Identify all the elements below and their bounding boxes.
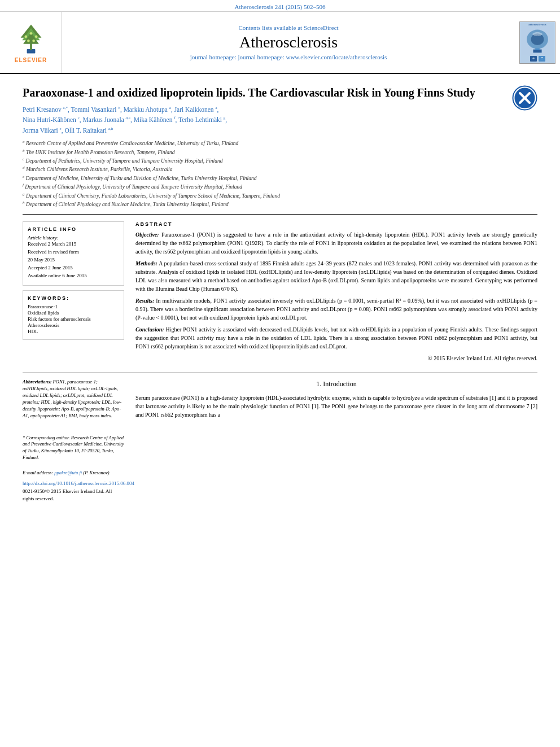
abstract-results: Results: In multivariable models, PON1 a… [135,296,537,322]
copyright-line: © 2015 Elsevier Ireland Ltd. All rights … [135,355,537,361]
email-block: E-mail address: ppakre@utu.fi (P. Kresan… [23,470,124,477]
article-affiliations: a Research Centre of Applied and Prevent… [23,139,504,208]
doi-link[interactable]: http://dx.doi.org/10.1016/j.atherosclero… [23,480,124,487]
bottom-two-col: Abbreviations: PON1, paraoxonase-1; oxHD… [23,379,537,502]
elsevier-brand: ELSEVIER [15,57,47,63]
conclusion-text: Higher PON1 activity is associated with … [135,326,537,350]
abbreviations-block: Abbreviations: PON1, paraoxonase-1; oxHD… [23,379,124,419]
keyword-3: Risk factors for atherosclerosis [28,316,119,322]
article-content: Paraoxonase-1 and oxidized lipoprotein l… [0,74,560,514]
article-info-title: Article info [28,226,119,232]
abstract-conclusion: Conclusion: Higher PON1 activity is asso… [135,325,537,351]
keywords-box: Keywords: Paraoxonase-1 Oxidized lipids … [23,290,124,340]
bottom-right-intro: 1. Introduction Serum paraoxonase (PON1)… [135,379,537,502]
keyword-1: Paraoxonase-1 [28,304,119,309]
article-title-section: Paraoxonase-1 and oxidized lipoprotein l… [23,85,537,215]
svg-point-6 [29,32,32,35]
revised-date: 20 May 2015 [28,257,119,263]
right-column-abstract: Abstract Objective: Paraoxonase-1 (PON1)… [135,221,537,367]
journal-homepage[interactable]: journal homepage: journal homepage: www.… [190,54,387,60]
affiliation-g: g Department of Clinical Chemistry, Fiml… [23,191,504,200]
article-title-area: Paraoxonase-1 and oxidized lipoprotein l… [23,85,504,208]
keyword-2: Oxidized lipids [28,310,119,316]
citation-text: Atherosclerosis 241 (2015) 502–506 [234,3,325,10]
main-two-col: Article info Article history: Received 2… [23,221,537,367]
introduction-section: 1. Introduction Serum paraoxonase (PON1)… [135,379,537,419]
email-link[interactable]: ppakre@utu.fi [54,470,82,475]
footnotes-section: Abbreviations: PON1, paraoxonase-1; oxHD… [23,379,124,502]
svg-rect-14 [535,48,540,50]
results-text: In multivariable models, PON1 activity a… [135,298,537,321]
journal-name: Atherosclerosis [239,33,338,51]
svg-point-8 [27,39,30,42]
journal-center-info: Contents lists available at ScienceDirec… [62,12,515,73]
revised-label: Received in revised form [28,249,119,255]
affiliation-a: a Research Centre of Applied and Prevent… [23,139,504,147]
section-divider [23,373,537,373]
crossmark-icon[interactable]: CrossMark [512,85,537,111]
svg-point-9 [32,39,35,42]
sciencedirect-link[interactable]: ScienceDirect [304,24,339,31]
elsevier-tree-icon [11,22,51,56]
available-value: Available online 6 June 2015 [28,273,119,278]
affiliation-b: b The UKK Institute for Health Promotion… [23,148,504,156]
abstract-section: Abstract Objective: Paraoxonase-1 (PON1)… [135,221,537,361]
elsevier-logo-container: ELSEVIER [0,12,62,73]
keywords-title: Keywords: [28,295,119,301]
received-value: Received 2 March 2015 [28,241,119,247]
crossmark-container: CrossMark [512,85,537,113]
article-info-box: Article info Article history: Received 2… [23,221,124,286]
corresponding-block: * Corresponding author. Research Centre … [23,435,124,462]
journal-logo-right: atherosclerosis ⊕ ☰ [515,12,560,73]
intro-heading: 1. Introduction [135,379,537,389]
objective-label: Objective: [135,231,159,238]
affiliation-e: e Department of Medicine, University of … [23,174,504,182]
affiliation-h: h Department of Clinical Physiology and … [23,200,504,208]
methods-label: Methods: [135,260,158,267]
results-label: Results: [135,298,154,304]
article-title: Paraoxonase-1 and oxidized lipoprotein l… [23,85,504,100]
bottom-left-footnotes: Abbreviations: PON1, paraoxonase-1; oxHD… [23,379,124,502]
objective-text: Paraoxonase-1 (PON1) is suggested to hav… [135,231,537,255]
svg-rect-1 [30,42,32,50]
conclusion-label: Conclusion: [135,326,164,333]
intro-paragraph: Serum paraoxonase (PON1) is a high-densi… [135,394,537,419]
atherosclerosis-mini-logo: atherosclerosis ⊕ ☰ [519,21,555,64]
accepted-value: Accepted 2 June 2015 [28,265,119,270]
journal-homepage-link[interactable]: journal homepage: www.elsevier.com/locat… [238,54,387,60]
mini-logo-icon [521,26,554,55]
svg-text:CrossMark: CrossMark [518,105,532,108]
svg-point-7 [34,35,37,38]
svg-point-5 [24,35,27,38]
methods-text: A population-based cross-sectional study… [135,260,537,292]
sciencedirect-text[interactable]: Contents lists available at ScienceDirec… [238,24,338,31]
abstract-objective: Objective: Paraoxonase-1 (PON1) is sugge… [135,230,537,256]
article-authors: Petri Kresanov a,*, Tommi Vasankari b, M… [23,104,504,136]
left-column: Article info Article history: Received 2… [23,221,124,367]
elsevier-logo: ELSEVIER [11,22,51,63]
abstract-title: Abstract [135,221,537,227]
citation-bar: Atherosclerosis 241 (2015) 502–506 [0,0,560,12]
abstract-methods: Methods: A population-based cross-sectio… [135,259,537,293]
history-label: Article history: [28,235,119,241]
journal-header: ELSEVIER Contents lists available at Sci… [0,12,560,74]
affiliation-f: f Department of Clinical Physiology, Uni… [23,182,504,191]
issn-text: 0021-9150/© 2015 Elsevier Ireland Ltd. A… [23,488,124,502]
keyword-4: Atherosclerosis [28,322,119,328]
affiliation-d: d Murdoch Childrens Research Institute, … [23,165,504,173]
keyword-5: HDL [28,329,119,334]
affiliation-c: c Department of Pediatrics, University o… [23,156,504,165]
